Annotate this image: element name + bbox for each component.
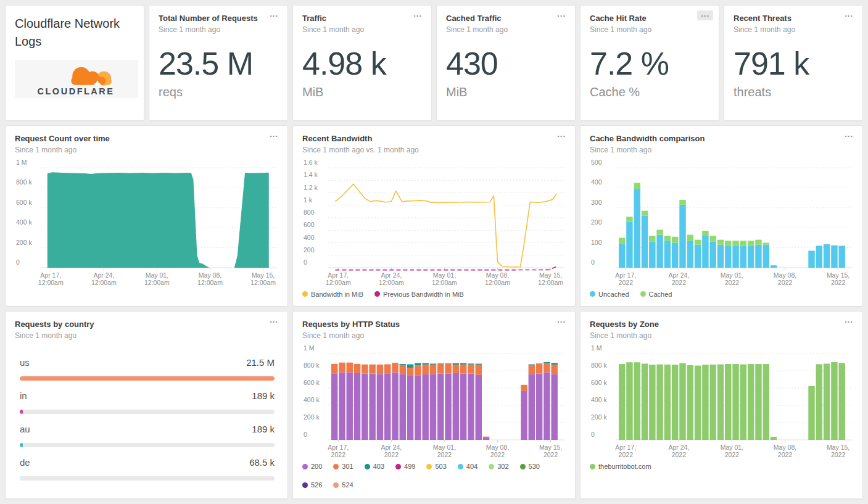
svg-text:0: 0 (304, 431, 307, 438)
svg-text:0: 0 (591, 258, 595, 266)
card-menu-button[interactable]: ... (266, 316, 282, 326)
svg-text:12:00am: 12:00am (326, 279, 351, 286)
svg-text:12:00am: 12:00am (538, 279, 563, 286)
card-menu-button[interactable]: ... (841, 316, 857, 326)
legend-dot (489, 464, 494, 469)
legend-dot (640, 291, 646, 297)
legend-item-404[interactable]: 404 (458, 463, 477, 470)
svg-text:Apr 17,: Apr 17, (40, 271, 61, 279)
legend-item-526[interactable]: 526 (302, 481, 322, 489)
svg-text:12:00am: 12:00am (485, 279, 510, 286)
country-bar-track (20, 410, 275, 414)
card-menu-button[interactable]: ... (266, 131, 282, 141)
svg-text:800: 800 (304, 209, 315, 216)
legend-item-uncached[interactable]: Uncached (590, 291, 629, 298)
legend-item-theburritobot-com[interactable]: theburritobot.com (590, 463, 651, 470)
svg-text:2022: 2022 (778, 279, 793, 286)
svg-text:2022: 2022 (778, 451, 793, 458)
request-count-chart[interactable]: 0200 k400 k600 k800 k1 MApr 17,12:00amAp… (15, 159, 278, 289)
svg-text:Apr 24,: Apr 24, (381, 271, 402, 279)
legend-label: theburritobot.com (598, 463, 651, 470)
svg-text:300: 300 (591, 199, 602, 206)
svg-text:May 08,: May 08, (199, 271, 221, 279)
cache-bandwidth-chart[interactable]: 0100200300400500Apr 17,2022Apr 24,2022Ma… (590, 159, 853, 289)
legend-item-499[interactable]: 499 (395, 463, 415, 470)
svg-text:2022: 2022 (490, 451, 505, 458)
requests-by-zone-chart[interactable]: 0200 k400 k600 k800 k1 MApr 17,2022Apr 2… (590, 345, 853, 461)
legend-item-403[interactable]: 403 (365, 463, 384, 470)
legend-label: 200 (311, 463, 322, 470)
country-bar-track (20, 443, 275, 447)
chart-legend: theburritobot.com (590, 463, 853, 470)
country-bar[interactable] (20, 410, 23, 414)
card-title: Cache Bandwidth comparison (590, 134, 853, 144)
http-status-chart[interactable]: 0200 k400 k600 k800 k1 MApr 17,2022Apr 2… (302, 345, 566, 461)
svg-text:Apr 24,: Apr 24, (668, 271, 689, 279)
legend-item-301[interactable]: 301 (333, 463, 353, 470)
card-subtitle: Since 1 month ago (159, 25, 278, 34)
legend-item-bandwidth-in-mib[interactable]: Bandwidth in MiB (302, 291, 363, 298)
legend-item-200[interactable]: 200 (302, 463, 322, 470)
legend-item-530[interactable]: 530 (520, 463, 540, 470)
svg-text:1 k: 1 k (304, 196, 313, 204)
svg-text:May 08,: May 08, (486, 444, 509, 451)
card-menu-button[interactable]: ... (266, 10, 282, 20)
svg-text:2022: 2022 (831, 451, 846, 458)
stat-unit: MiB (446, 85, 566, 99)
country-bar-track (20, 376, 275, 381)
svg-text:2022: 2022 (619, 451, 634, 458)
stat-card-cached-traffic: Cached Traffic Since 1 month ago ... 430… (436, 5, 576, 121)
country-value: 21.5 M (246, 357, 275, 368)
card-menu-button[interactable]: ... (841, 10, 857, 20)
legend-item-503[interactable]: 503 (426, 463, 446, 470)
svg-text:12:00am: 12:00am (197, 279, 223, 286)
svg-text:2022: 2022 (672, 451, 687, 458)
card-menu-button[interactable]: ... (697, 10, 713, 20)
svg-text:1 M: 1 M (591, 345, 602, 352)
cloudflare-logo: CLOUDFLARE (15, 60, 138, 98)
country-bar[interactable] (20, 476, 21, 481)
card-subtitle: Since 1 month ago (446, 25, 566, 34)
country-label: in (20, 390, 27, 401)
svg-text:2022: 2022 (619, 279, 634, 286)
svg-text:2022: 2022 (544, 451, 558, 458)
svg-text:800 k: 800 k (304, 361, 320, 369)
header-card: Cloudflare Network Logs CLOUDFLARE (5, 5, 144, 121)
legend-dot (520, 464, 526, 469)
country-bar[interactable] (20, 376, 275, 381)
svg-text:2022: 2022 (384, 451, 399, 458)
stat-unit: Cache % (590, 85, 709, 99)
legend-item-cached[interactable]: Cached (640, 291, 672, 298)
recent-bandwidth-chart[interactable]: 02004006008001 k1.2 k1.4 k1.6 kApr 17,12… (302, 159, 566, 289)
svg-text:Apr 17,: Apr 17, (328, 271, 349, 279)
svg-text:2022: 2022 (725, 451, 740, 458)
legend-label: 499 (404, 463, 415, 470)
card-menu-button[interactable]: ... (553, 316, 569, 326)
card-subtitle: Since 1 month ago (302, 331, 566, 340)
card-subtitle: Since 1 month ago (590, 146, 853, 154)
cloudflare-wordmark: CLOUDFLARE (38, 86, 115, 96)
stat-card-traffic: Traffic Since 1 month ago ... 4.98 k MiB (292, 5, 432, 121)
svg-text:12:00am: 12:00am (379, 279, 404, 286)
card-menu-button[interactable]: ... (841, 131, 857, 141)
legend-item-302[interactable]: 302 (489, 463, 508, 470)
legend-item-524[interactable]: 524 (333, 481, 353, 489)
legend-item-previous-bandwidth-in-mib[interactable]: Previous Bandwidth in MiB (374, 291, 464, 298)
svg-text:12:00am: 12:00am (144, 279, 170, 286)
legend-label: Uncached (598, 291, 629, 298)
svg-text:Apr 24,: Apr 24, (93, 271, 114, 279)
svg-text:200 k: 200 k (304, 413, 320, 421)
legend-dot (302, 482, 308, 488)
svg-text:400: 400 (304, 233, 315, 241)
stat-value: 4.98 k (302, 45, 422, 82)
chart-row-2: Requests by country Since 1 month ago ..… (5, 311, 863, 499)
card-menu-button[interactable]: ... (553, 10, 569, 20)
card-menu-button[interactable]: ... (410, 10, 426, 20)
legend-dot (365, 464, 370, 469)
card-menu-button[interactable]: ... (553, 131, 569, 141)
country-label: au (20, 424, 30, 434)
stat-unit: threats (734, 85, 853, 99)
country-bar[interactable] (20, 443, 23, 447)
card-subtitle: Since 1 month ago (734, 25, 853, 34)
svg-text:600 k: 600 k (16, 199, 32, 206)
